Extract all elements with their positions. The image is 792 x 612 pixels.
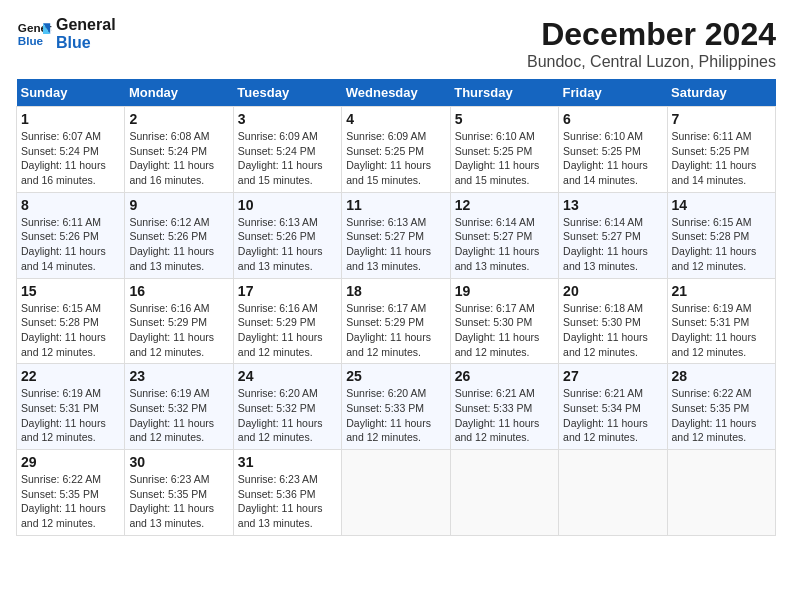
day-info: Sunrise: 6:16 AM Sunset: 5:29 PM Dayligh…	[129, 301, 228, 360]
day-number: 27	[563, 368, 662, 384]
sunset-label: Sunset: 5:32 PM	[129, 402, 207, 414]
day-number: 15	[21, 283, 120, 299]
weekday-header-thursday: Thursday	[450, 79, 558, 107]
day-info: Sunrise: 6:23 AM Sunset: 5:36 PM Dayligh…	[238, 472, 337, 531]
sunrise-label: Sunrise: 6:08 AM	[129, 130, 209, 142]
sunrise-label: Sunrise: 6:18 AM	[563, 302, 643, 314]
day-info: Sunrise: 6:19 AM Sunset: 5:31 PM Dayligh…	[21, 386, 120, 445]
sunset-label: Sunset: 5:31 PM	[21, 402, 99, 414]
header: General Blue General Blue December 2024 …	[16, 16, 776, 71]
weekday-header-row: SundayMondayTuesdayWednesdayThursdayFrid…	[17, 79, 776, 107]
daylight-label: Daylight: 11 hours and 14 minutes.	[21, 245, 106, 272]
sunrise-label: Sunrise: 6:20 AM	[238, 387, 318, 399]
day-info: Sunrise: 6:13 AM Sunset: 5:26 PM Dayligh…	[238, 215, 337, 274]
sunset-label: Sunset: 5:27 PM	[563, 230, 641, 242]
sunrise-label: Sunrise: 6:16 AM	[129, 302, 209, 314]
day-info: Sunrise: 6:07 AM Sunset: 5:24 PM Dayligh…	[21, 129, 120, 188]
daylight-label: Daylight: 11 hours and 13 minutes.	[238, 502, 323, 529]
day-info: Sunrise: 6:15 AM Sunset: 5:28 PM Dayligh…	[21, 301, 120, 360]
sunrise-label: Sunrise: 6:23 AM	[129, 473, 209, 485]
calendar-cell: 31 Sunrise: 6:23 AM Sunset: 5:36 PM Dayl…	[233, 450, 341, 536]
sunrise-label: Sunrise: 6:12 AM	[129, 216, 209, 228]
daylight-label: Daylight: 11 hours and 12 minutes.	[238, 331, 323, 358]
day-number: 17	[238, 283, 337, 299]
calendar-week-4: 22 Sunrise: 6:19 AM Sunset: 5:31 PM Dayl…	[17, 364, 776, 450]
calendar-cell: 21 Sunrise: 6:19 AM Sunset: 5:31 PM Dayl…	[667, 278, 775, 364]
day-info: Sunrise: 6:11 AM Sunset: 5:26 PM Dayligh…	[21, 215, 120, 274]
day-info: Sunrise: 6:10 AM Sunset: 5:25 PM Dayligh…	[455, 129, 554, 188]
sunrise-label: Sunrise: 6:20 AM	[346, 387, 426, 399]
sunset-label: Sunset: 5:27 PM	[455, 230, 533, 242]
logo-icon: General Blue	[16, 16, 52, 52]
svg-text:Blue: Blue	[18, 34, 44, 47]
sunset-label: Sunset: 5:29 PM	[129, 316, 207, 328]
page-container: General Blue General Blue December 2024 …	[16, 16, 776, 536]
daylight-label: Daylight: 11 hours and 12 minutes.	[129, 417, 214, 444]
day-number: 25	[346, 368, 445, 384]
daylight-label: Daylight: 11 hours and 12 minutes.	[672, 331, 757, 358]
logo: General Blue General Blue	[16, 16, 116, 52]
calendar-cell: 9 Sunrise: 6:12 AM Sunset: 5:26 PM Dayli…	[125, 192, 233, 278]
weekday-header-monday: Monday	[125, 79, 233, 107]
calendar-cell: 2 Sunrise: 6:08 AM Sunset: 5:24 PM Dayli…	[125, 107, 233, 193]
day-number: 29	[21, 454, 120, 470]
day-number: 21	[672, 283, 771, 299]
day-info: Sunrise: 6:17 AM Sunset: 5:29 PM Dayligh…	[346, 301, 445, 360]
calendar-cell	[450, 450, 558, 536]
day-info: Sunrise: 6:14 AM Sunset: 5:27 PM Dayligh…	[455, 215, 554, 274]
calendar-cell: 26 Sunrise: 6:21 AM Sunset: 5:33 PM Dayl…	[450, 364, 558, 450]
calendar-cell: 25 Sunrise: 6:20 AM Sunset: 5:33 PM Dayl…	[342, 364, 450, 450]
calendar-cell	[667, 450, 775, 536]
calendar-cell	[342, 450, 450, 536]
day-info: Sunrise: 6:21 AM Sunset: 5:33 PM Dayligh…	[455, 386, 554, 445]
day-number: 2	[129, 111, 228, 127]
sunrise-label: Sunrise: 6:13 AM	[346, 216, 426, 228]
day-number: 24	[238, 368, 337, 384]
calendar-subtitle: Bundoc, Central Luzon, Philippines	[527, 53, 776, 71]
sunset-label: Sunset: 5:35 PM	[672, 402, 750, 414]
sunrise-label: Sunrise: 6:10 AM	[455, 130, 535, 142]
daylight-label: Daylight: 11 hours and 15 minutes.	[238, 159, 323, 186]
sunset-label: Sunset: 5:26 PM	[21, 230, 99, 242]
day-info: Sunrise: 6:18 AM Sunset: 5:30 PM Dayligh…	[563, 301, 662, 360]
day-info: Sunrise: 6:08 AM Sunset: 5:24 PM Dayligh…	[129, 129, 228, 188]
day-info: Sunrise: 6:14 AM Sunset: 5:27 PM Dayligh…	[563, 215, 662, 274]
sunset-label: Sunset: 5:35 PM	[129, 488, 207, 500]
sunrise-label: Sunrise: 6:11 AM	[21, 216, 101, 228]
sunset-label: Sunset: 5:25 PM	[346, 145, 424, 157]
sunset-label: Sunset: 5:34 PM	[563, 402, 641, 414]
day-info: Sunrise: 6:22 AM Sunset: 5:35 PM Dayligh…	[672, 386, 771, 445]
calendar-cell: 1 Sunrise: 6:07 AM Sunset: 5:24 PM Dayli…	[17, 107, 125, 193]
day-number: 16	[129, 283, 228, 299]
day-number: 12	[455, 197, 554, 213]
day-number: 19	[455, 283, 554, 299]
calendar-title: December 2024	[527, 16, 776, 53]
calendar-week-5: 29 Sunrise: 6:22 AM Sunset: 5:35 PM Dayl…	[17, 450, 776, 536]
day-number: 7	[672, 111, 771, 127]
day-number: 14	[672, 197, 771, 213]
calendar-cell: 24 Sunrise: 6:20 AM Sunset: 5:32 PM Dayl…	[233, 364, 341, 450]
day-number: 8	[21, 197, 120, 213]
day-number: 4	[346, 111, 445, 127]
sunset-label: Sunset: 5:29 PM	[238, 316, 316, 328]
calendar-table: SundayMondayTuesdayWednesdayThursdayFrid…	[16, 79, 776, 536]
sunrise-label: Sunrise: 6:22 AM	[672, 387, 752, 399]
day-info: Sunrise: 6:09 AM Sunset: 5:25 PM Dayligh…	[346, 129, 445, 188]
day-info: Sunrise: 6:19 AM Sunset: 5:32 PM Dayligh…	[129, 386, 228, 445]
calendar-cell: 6 Sunrise: 6:10 AM Sunset: 5:25 PM Dayli…	[559, 107, 667, 193]
day-info: Sunrise: 6:16 AM Sunset: 5:29 PM Dayligh…	[238, 301, 337, 360]
sunrise-label: Sunrise: 6:17 AM	[346, 302, 426, 314]
daylight-label: Daylight: 11 hours and 16 minutes.	[129, 159, 214, 186]
day-number: 10	[238, 197, 337, 213]
sunset-label: Sunset: 5:36 PM	[238, 488, 316, 500]
calendar-cell: 20 Sunrise: 6:18 AM Sunset: 5:30 PM Dayl…	[559, 278, 667, 364]
day-info: Sunrise: 6:10 AM Sunset: 5:25 PM Dayligh…	[563, 129, 662, 188]
day-info: Sunrise: 6:15 AM Sunset: 5:28 PM Dayligh…	[672, 215, 771, 274]
title-section: December 2024 Bundoc, Central Luzon, Phi…	[527, 16, 776, 71]
sunset-label: Sunset: 5:25 PM	[672, 145, 750, 157]
sunrise-label: Sunrise: 6:17 AM	[455, 302, 535, 314]
logo-line2: Blue	[56, 34, 116, 52]
day-info: Sunrise: 6:12 AM Sunset: 5:26 PM Dayligh…	[129, 215, 228, 274]
sunrise-label: Sunrise: 6:19 AM	[129, 387, 209, 399]
daylight-label: Daylight: 11 hours and 12 minutes.	[238, 417, 323, 444]
